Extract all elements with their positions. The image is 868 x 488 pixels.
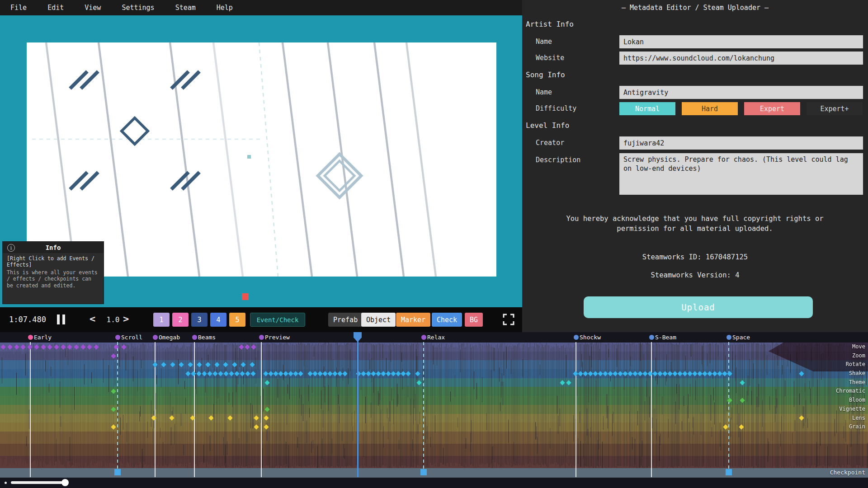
event-marker[interactable] bbox=[386, 371, 391, 376]
mode-button-check[interactable]: Check bbox=[432, 313, 462, 327]
event-marker[interactable] bbox=[342, 371, 347, 376]
event-marker[interactable] bbox=[677, 371, 682, 376]
event-marker[interactable] bbox=[608, 371, 613, 376]
event-marker[interactable] bbox=[223, 362, 228, 367]
event-marker[interactable] bbox=[250, 371, 255, 376]
artist-name-input[interactable] bbox=[619, 35, 863, 48]
event-marker[interactable] bbox=[264, 407, 269, 412]
event-marker[interactable] bbox=[702, 371, 707, 376]
event-marker[interactable] bbox=[67, 344, 72, 349]
playback-speed[interactable]: 1.0 bbox=[100, 315, 126, 324]
event-marker[interactable] bbox=[34, 344, 39, 349]
event-marker[interactable] bbox=[47, 344, 52, 349]
song-name-input[interactable] bbox=[619, 86, 863, 99]
checkpoint-marker[interactable] bbox=[114, 469, 121, 475]
event-marker[interactable] bbox=[371, 371, 376, 376]
track-vignette[interactable]: Vignette bbox=[0, 405, 868, 414]
menu-item-help[interactable]: Help bbox=[206, 4, 243, 12]
event-marker[interactable] bbox=[603, 371, 608, 376]
event-marker[interactable] bbox=[197, 362, 202, 367]
timeline[interactable]: EarlyScrollOmegabBeamsPreviewRelaxShockw… bbox=[0, 332, 868, 488]
event-marker[interactable] bbox=[799, 371, 804, 376]
event-marker[interactable] bbox=[588, 371, 593, 376]
track-row[interactable] bbox=[0, 432, 868, 444]
event-marker[interactable] bbox=[416, 380, 421, 385]
event-marker[interactable] bbox=[652, 371, 657, 376]
event-marker[interactable] bbox=[298, 371, 303, 376]
event-marker[interactable] bbox=[208, 416, 213, 421]
track-row[interactable] bbox=[0, 456, 868, 468]
event-marker[interactable] bbox=[396, 371, 401, 376]
event-marker[interactable] bbox=[722, 371, 727, 376]
event-marker[interactable] bbox=[337, 371, 342, 376]
checkpoint-marker[interactable] bbox=[726, 469, 732, 475]
event-marker[interactable] bbox=[14, 344, 19, 349]
event-marker[interactable] bbox=[87, 344, 92, 349]
event-marker[interactable] bbox=[191, 371, 196, 376]
event-marker[interactable] bbox=[662, 371, 667, 376]
event-marker[interactable] bbox=[598, 371, 603, 376]
event-marker[interactable] bbox=[61, 344, 66, 349]
timeline-marker-dot[interactable] bbox=[192, 335, 197, 340]
event-marker[interactable] bbox=[391, 371, 396, 376]
event-marker[interactable] bbox=[627, 371, 632, 376]
difficulty-hard[interactable]: Hard bbox=[682, 102, 738, 115]
event-marker[interactable] bbox=[366, 371, 371, 376]
event-marker[interactable] bbox=[214, 362, 219, 367]
event-marker[interactable] bbox=[406, 371, 410, 376]
step-forward-button[interactable]: > bbox=[123, 313, 129, 324]
level-viewport[interactable]: i Info [Right Click to add Events / Effe… bbox=[0, 15, 522, 307]
menu-item-view[interactable]: View bbox=[74, 4, 111, 12]
event-marker[interactable] bbox=[283, 371, 288, 376]
event-marker[interactable] bbox=[376, 371, 381, 376]
track-rotate[interactable]: Rotate bbox=[0, 360, 868, 369]
event-marker[interactable] bbox=[672, 371, 677, 376]
creator-input[interactable] bbox=[619, 136, 863, 150]
event-marker[interactable] bbox=[381, 371, 386, 376]
event-marker[interactable] bbox=[692, 371, 697, 376]
event-marker[interactable] bbox=[613, 371, 618, 376]
event-marker[interactable] bbox=[111, 424, 116, 429]
event-marker[interactable] bbox=[288, 371, 293, 376]
event-marker[interactable] bbox=[111, 407, 116, 412]
event-marker[interactable] bbox=[278, 371, 283, 376]
event-marker[interactable] bbox=[293, 371, 298, 376]
event-marker[interactable] bbox=[322, 371, 327, 376]
timeline-marker-dot[interactable] bbox=[259, 335, 264, 340]
event-marker[interactable] bbox=[637, 371, 642, 376]
event-marker[interactable] bbox=[0, 344, 5, 349]
event-marker[interactable] bbox=[682, 371, 687, 376]
event-marker[interactable] bbox=[196, 371, 201, 376]
event-marker[interactable] bbox=[212, 371, 217, 376]
menu-item-settings[interactable]: Settings bbox=[111, 4, 165, 12]
layer-button-3[interactable]: 3 bbox=[191, 313, 208, 327]
event-marker[interactable] bbox=[307, 371, 312, 376]
track-chromatic[interactable]: Chromatic bbox=[0, 387, 868, 396]
event-marker[interactable] bbox=[152, 362, 157, 367]
track-grain[interactable]: Grain bbox=[0, 422, 868, 432]
event-marker[interactable] bbox=[74, 344, 79, 349]
track-bloom[interactable]: Bloom bbox=[0, 396, 868, 405]
event-marker[interactable] bbox=[593, 371, 598, 376]
event-marker[interactable] bbox=[229, 371, 234, 376]
mode-button-prefab[interactable]: Prefab bbox=[328, 313, 363, 327]
event-marker[interactable] bbox=[687, 371, 692, 376]
track-lens[interactable]: Lens bbox=[0, 414, 868, 423]
mode-button-bg[interactable]: BG bbox=[465, 313, 483, 327]
event-marker[interactable] bbox=[169, 416, 174, 421]
event-marker[interactable] bbox=[667, 371, 672, 376]
event-marker[interactable] bbox=[740, 398, 745, 403]
event-marker[interactable] bbox=[232, 362, 237, 367]
checkpoint-marker[interactable] bbox=[420, 469, 427, 475]
event-marker[interactable] bbox=[799, 416, 804, 421]
timeline-marker-dot[interactable] bbox=[115, 335, 120, 340]
event-marker[interactable] bbox=[179, 362, 184, 367]
menu-item-steam[interactable]: Steam bbox=[165, 4, 206, 12]
event-marker[interactable] bbox=[623, 371, 627, 376]
event-marker[interactable] bbox=[41, 344, 46, 349]
timeline-marker-dot[interactable] bbox=[649, 335, 654, 340]
event-marker[interactable] bbox=[241, 362, 245, 367]
event-marker[interactable] bbox=[223, 371, 228, 376]
track-row[interactable] bbox=[0, 444, 868, 456]
event-marker[interactable] bbox=[254, 424, 259, 429]
